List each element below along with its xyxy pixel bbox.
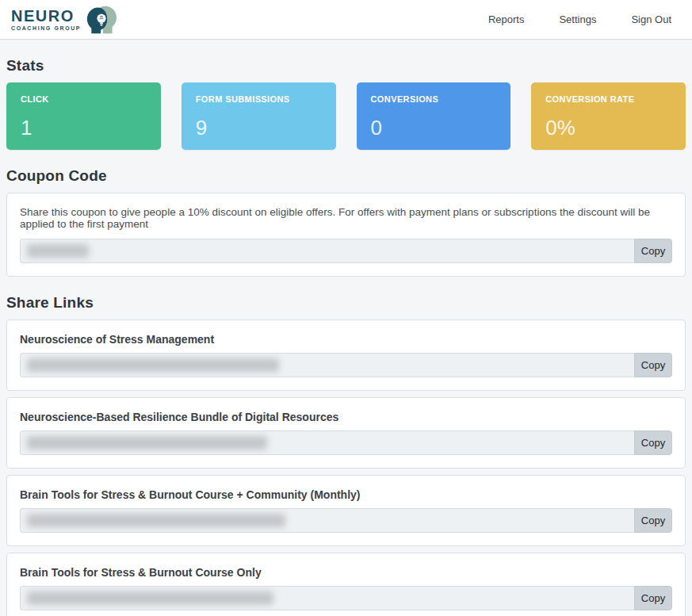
share-link-card: Brain Tools for Stress & Burnout Course …	[6, 553, 686, 616]
coupon-copy-button[interactable]: Copy	[634, 239, 672, 263]
share-link-copy-button[interactable]: Copy	[634, 430, 672, 455]
share-link-input[interactable]	[20, 353, 634, 377]
stat-label: CONVERSIONS	[371, 94, 497, 104]
share-link-copy-button[interactable]: Copy	[634, 353, 672, 377]
blurred-share-url	[27, 358, 279, 372]
nav-reports[interactable]: Reports	[488, 13, 525, 25]
share-link-copy-button[interactable]: Copy	[634, 508, 672, 533]
share-link-input[interactable]	[20, 430, 634, 455]
header: NEURO COACHING GROUP Reports Settings Si…	[0, 0, 692, 40]
share-link-card: Neuroscience of Stress Management Copy	[6, 319, 686, 391]
blurred-share-url	[27, 436, 267, 450]
share-link-title: Neuroscience of Stress Management	[20, 333, 672, 346]
stat-value: 1	[21, 117, 147, 138]
coupon-code-input[interactable]	[20, 239, 634, 263]
stat-value: 9	[196, 117, 322, 138]
brand-logo[interactable]: NEURO COACHING GROUP	[11, 5, 117, 35]
stat-label: FORM SUBMISSIONS	[196, 94, 322, 104]
share-link-input[interactable]	[20, 586, 634, 610]
share-links-heading: Share Links	[6, 294, 686, 312]
stat-card-conversion-rate: CONVERSION RATE 0%	[531, 82, 686, 150]
main-nav: Reports Settings Sign Out	[488, 13, 678, 25]
share-link-title: Neuroscience-Based Resilience Bundle of …	[20, 411, 672, 423]
share-link-card: Neuroscience-Based Resilience Bundle of …	[6, 397, 686, 469]
blurred-share-url	[27, 591, 273, 605]
coupon-card: Share this coupon to give people a 10% d…	[6, 193, 686, 277]
brand-name: NEURO	[11, 8, 81, 24]
stat-value: 0%	[545, 117, 671, 138]
page-content: Stats CLICK 1 FORM SUBMISSIONS 9 CONVERS…	[0, 40, 692, 616]
coupon-heading: Coupon Code	[6, 167, 686, 185]
share-link-input[interactable]	[20, 508, 634, 533]
stat-value: 0	[371, 117, 497, 138]
nav-sign-out[interactable]: Sign Out	[631, 13, 671, 25]
share-link-copy-button[interactable]: Copy	[634, 586, 672, 610]
blurred-coupon-code	[27, 244, 89, 258]
stat-card-form-submissions: FORM SUBMISSIONS 9	[182, 82, 336, 150]
stats-heading: Stats	[6, 57, 686, 75]
stat-label: CONVERSION RATE	[545, 94, 671, 104]
share-link-title: Brain Tools for Stress & Burnout Course …	[20, 566, 672, 579]
share-link-card: Brain Tools for Stress & Burnout Course …	[6, 475, 686, 546]
stats-row: CLICK 1 FORM SUBMISSIONS 9 CONVERSIONS 0…	[6, 82, 686, 150]
brand-subtitle: COACHING GROUP	[11, 25, 81, 31]
nav-settings[interactable]: Settings	[559, 13, 596, 25]
brand-heads-icon	[86, 5, 117, 35]
stat-card-clicks: CLICK 1	[6, 82, 161, 150]
stat-card-conversions: CONVERSIONS 0	[357, 82, 511, 150]
stat-label: CLICK	[21, 94, 147, 104]
share-link-title: Brain Tools for Stress & Burnout Course …	[20, 488, 672, 501]
blurred-share-url	[27, 514, 285, 527]
coupon-description: Share this coupon to give people a 10% d…	[20, 206, 672, 230]
